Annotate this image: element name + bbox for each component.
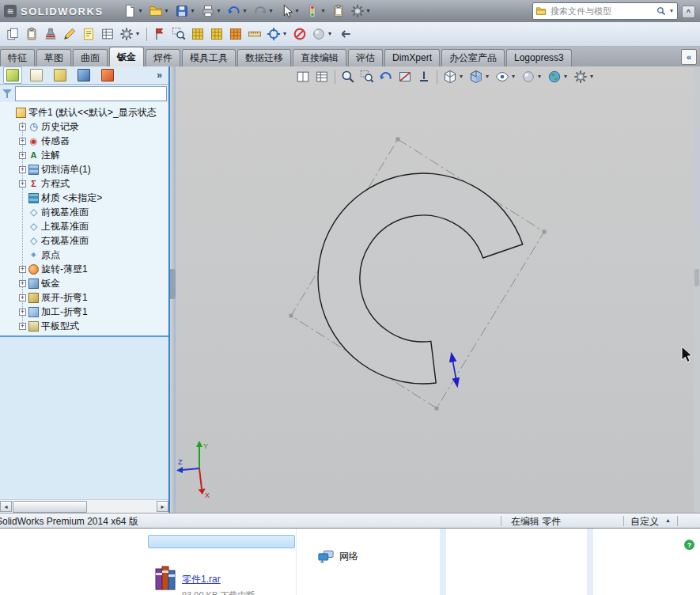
search-icon[interactable] — [656, 6, 666, 16]
configurationmanager-tab[interactable] — [51, 66, 70, 84]
ruler-button[interactable] — [246, 26, 263, 42]
previous-view-button[interactable] — [377, 69, 395, 85]
tree-item[interactable]: 传感器 — [0, 134, 168, 148]
collapse-toolbar-button[interactable] — [682, 6, 695, 18]
copy-button[interactable] — [4, 26, 21, 42]
search-input[interactable] — [549, 6, 654, 17]
tab-office-products[interactable]: 办公室产品 — [441, 49, 505, 66]
section-view-button[interactable] — [396, 69, 414, 85]
dropdown-arrow[interactable] — [294, 8, 301, 14]
expand-toggle[interactable] — [19, 152, 26, 159]
tree-root-item[interactable]: 零件1 (默认<<默认>_显示状态 — [0, 105, 168, 119]
tab-features[interactable]: 特征 — [0, 49, 35, 66]
file-link[interactable]: 零件1.rar — [182, 574, 221, 585]
tree-item[interactable]: 切割清单(1) — [0, 162, 168, 176]
tab-data-migration[interactable]: 数据迁移 — [237, 49, 291, 66]
display-style-button[interactable] — [467, 69, 492, 85]
tool-settings-button[interactable] — [118, 26, 142, 42]
view-orientation-button[interactable] — [441, 69, 466, 85]
stamp-button[interactable] — [42, 26, 59, 42]
download-file-item[interactable]: 零件1.rar 93.90 KB 下载中断 — [155, 563, 255, 595]
zoom-area-button[interactable] — [358, 69, 376, 85]
dropdown-arrow[interactable] — [458, 74, 464, 80]
view-settings-button[interactable] — [572, 69, 596, 85]
dropdown-arrow[interactable] — [536, 74, 543, 80]
dropdown-arrow[interactable] — [190, 8, 196, 14]
dropdown-arrow[interactable] — [134, 31, 141, 37]
panel-splitter[interactable] — [170, 66, 176, 513]
search-dropdown-arrow[interactable] — [668, 8, 675, 14]
hide-show-items-button[interactable] — [494, 69, 518, 85]
display-pane-button[interactable] — [313, 69, 331, 85]
dropdown-arrow[interactable] — [268, 8, 274, 14]
tree-item[interactable]: 上视基准面 — [0, 219, 168, 233]
dimxpertmanager-tab[interactable] — [74, 66, 93, 84]
zoom-to-selection-button[interactable] — [170, 26, 187, 42]
expand-toggle[interactable] — [19, 166, 26, 173]
design-table-button[interactable] — [99, 26, 116, 42]
undo-button[interactable] — [225, 3, 250, 19]
dropdown-arrow[interactable] — [242, 8, 248, 14]
smart-target-button[interactable] — [265, 26, 289, 42]
dropdown-arrow[interactable] — [320, 8, 327, 14]
scroll-thumb[interactable] — [13, 501, 87, 513]
tab-sketch[interactable]: 草图 — [36, 49, 71, 66]
tree-item[interactable]: 方程式 — [0, 176, 168, 191]
panel-hscrollbar[interactable] — [0, 499, 168, 513]
search-box[interactable] — [532, 2, 678, 20]
save-button[interactable] — [173, 3, 198, 19]
edit-button[interactable] — [61, 26, 78, 42]
tree-item[interactable]: 展开-折弯1 — [0, 290, 168, 305]
apply-scene-button[interactable] — [546, 69, 570, 85]
tab-weldments[interactable]: 焊件 — [146, 49, 180, 66]
tab-evaluate[interactable]: 评估 — [348, 49, 383, 66]
status-dropdown-arrow[interactable] — [665, 517, 671, 523]
network-item[interactable]: 网络 — [318, 550, 358, 563]
expand-toggle[interactable] — [19, 280, 26, 287]
paste-button[interactable] — [23, 26, 40, 42]
tab-sheet-metal[interactable]: 钣金 — [109, 47, 144, 66]
annotation-view-button[interactable] — [415, 69, 433, 85]
tab-direct-editing[interactable]: 直接编辑 — [293, 49, 346, 66]
tab-mold-tools[interactable]: 模具工具 — [182, 49, 236, 66]
select-button[interactable] — [278, 3, 302, 19]
back-button[interactable] — [336, 26, 354, 42]
tree-item[interactable]: 历史记录 — [0, 119, 168, 134]
expand-toggle[interactable] — [19, 323, 26, 330]
dropdown-arrow[interactable] — [510, 74, 516, 80]
redo-button[interactable] — [252, 3, 276, 19]
tab-dimxpert[interactable]: DimXpert — [384, 49, 440, 66]
expand-toggle[interactable] — [19, 309, 26, 316]
tree-item[interactable]: 平板型式 — [0, 319, 168, 333]
splitter-handle[interactable] — [170, 269, 176, 299]
tab-logopress3[interactable]: Logopress3 — [506, 49, 572, 66]
propertymanager-tab[interactable] — [27, 66, 46, 84]
dropdown-arrow[interactable] — [216, 8, 222, 14]
dropdown-arrow[interactable] — [138, 8, 144, 14]
tree-item[interactable]: 右视基准面 — [0, 233, 168, 248]
flat-pattern-profile[interactable] — [318, 173, 523, 384]
appearance-ball-button[interactable] — [310, 26, 335, 42]
collapse-ribbon-button[interactable] — [681, 49, 697, 65]
tab-surfaces[interactable]: 曲面 — [73, 49, 108, 66]
dropdown-arrow[interactable] — [282, 31, 288, 37]
zoom-fit-button[interactable] — [339, 69, 357, 85]
open-button[interactable] — [147, 3, 172, 19]
dropdown-arrow[interactable] — [365, 8, 372, 14]
tree-item[interactable]: 原点 — [0, 248, 168, 262]
tree-item[interactable]: 前视基准面 — [0, 205, 168, 219]
help-icon[interactable] — [684, 540, 694, 550]
scroll-left-button[interactable] — [0, 501, 12, 512]
graphics-area[interactable]: Y Z X — [176, 66, 694, 513]
dropdown-arrow[interactable] — [562, 74, 569, 80]
yellow-grid-b-button[interactable] — [208, 26, 225, 42]
dropdown-arrow[interactable] — [484, 74, 490, 80]
no-entry-button[interactable] — [291, 26, 308, 42]
customize-status[interactable]: 自定义 — [630, 515, 659, 529]
displaymanager-tab[interactable] — [98, 66, 117, 84]
note-button[interactable] — [80, 26, 97, 42]
yellow-grid-a-button[interactable] — [189, 26, 206, 42]
print-button[interactable] — [199, 3, 224, 19]
viewport-layout-button[interactable] — [294, 69, 312, 85]
scroll-notch[interactable] — [694, 269, 699, 286]
